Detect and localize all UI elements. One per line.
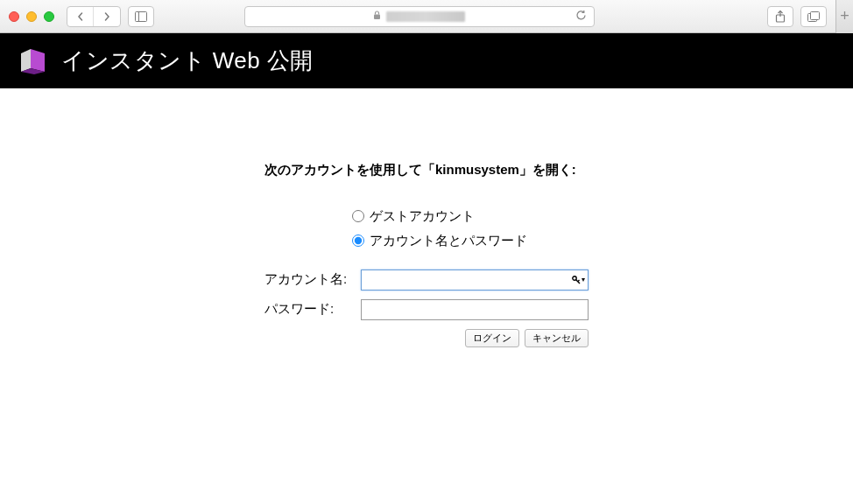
right-toolbar: + xyxy=(767,0,844,33)
window-controls xyxy=(9,11,54,22)
browser-toolbar: + xyxy=(0,0,853,33)
account-name-row: アカウント名: ▾ xyxy=(264,270,589,290)
filemaker-logo-icon xyxy=(18,46,49,77)
login-form: 次のアカウントを使用して「kinmusystem」を開く: ゲストアカウント ア… xyxy=(264,158,589,347)
window-zoom-button[interactable] xyxy=(44,11,54,22)
svg-rect-5 xyxy=(810,11,819,19)
back-button[interactable] xyxy=(67,7,94,26)
lock-icon xyxy=(373,10,381,22)
reload-button[interactable] xyxy=(575,10,587,24)
radio-guest-label: ゲストアカウント xyxy=(370,204,475,229)
radio-account[interactable] xyxy=(352,234,364,247)
password-input[interactable] xyxy=(361,299,589,320)
page-header: インスタント Web 公開 xyxy=(0,33,853,88)
radio-guest-row[interactable]: ゲストアカウント xyxy=(352,204,589,229)
radio-guest[interactable] xyxy=(352,210,364,222)
share-button[interactable] xyxy=(767,6,793,27)
svg-marker-6 xyxy=(21,49,31,72)
cancel-button[interactable]: キャンセル xyxy=(525,329,589,347)
address-bar[interactable] xyxy=(244,6,595,27)
new-tab-button[interactable]: + xyxy=(835,0,853,33)
tabs-button[interactable] xyxy=(800,6,827,27)
account-type-radio-group: ゲストアカウント アカウント名とパスワード xyxy=(352,204,589,254)
window-close-button[interactable] xyxy=(9,11,19,22)
password-input-wrap xyxy=(361,299,589,320)
forward-button[interactable] xyxy=(94,7,120,26)
radio-account-row[interactable]: アカウント名とパスワード xyxy=(352,228,589,254)
page-title: インスタント Web 公開 xyxy=(61,46,314,76)
password-row: パスワード: xyxy=(264,299,589,320)
password-label: パスワード: xyxy=(264,301,361,318)
login-prompt: 次のアカウントを使用して「kinmusystem」を開く: xyxy=(264,158,589,181)
button-row: ログイン キャンセル xyxy=(264,329,589,347)
radio-account-label: アカウント名とパスワード xyxy=(370,228,527,254)
account-name-input-wrap: ▾ xyxy=(361,270,589,290)
window-minimize-button[interactable] xyxy=(26,11,37,22)
url-text-obscured xyxy=(386,11,465,22)
svg-marker-7 xyxy=(31,49,45,72)
account-name-input[interactable] xyxy=(361,270,589,290)
account-name-label: アカウント名: xyxy=(264,271,361,288)
svg-rect-0 xyxy=(136,11,147,21)
svg-rect-2 xyxy=(374,15,380,20)
sidebar-button[interactable] xyxy=(128,6,154,27)
nav-buttons xyxy=(67,6,121,27)
login-button[interactable]: ログイン xyxy=(465,329,519,347)
